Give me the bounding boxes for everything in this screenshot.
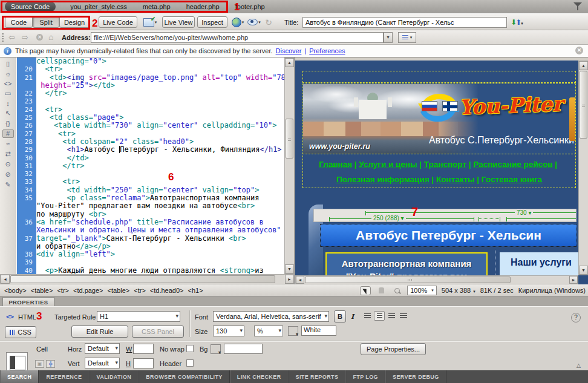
results-tab-validation[interactable]: VALIDATION [90, 370, 139, 383]
tag-selector-item[interactable]: <td.page> [73, 287, 103, 294]
table-width-label[interactable]: 730 ▾ [515, 209, 533, 216]
discover-link[interactable]: Discover [276, 47, 302, 54]
edit-rule-button[interactable]: Edit Rule [71, 326, 128, 338]
collapse-full-tag-icon[interactable]: <> [2, 80, 14, 87]
collapse-selection-icon[interactable]: ▭ [2, 90, 14, 97]
preview-in-browser-icon[interactable]: ▾ [231, 17, 244, 27]
title-input[interactable]: Автобус в Финляндию (Санкт Петербург - Х… [302, 17, 507, 28]
code-line[interactable]: по маршруту <br> [36, 211, 284, 218]
help-icon[interactable]: ? [571, 313, 581, 322]
align-left-icon[interactable] [362, 311, 373, 321]
results-tab-server-debug[interactable]: SERVER DEBUG [385, 370, 446, 383]
html-mode-button[interactable]: HTML [18, 313, 36, 321]
remove-comment-icon[interactable]: ⊘ [2, 171, 14, 178]
vert-dropdown[interactable]: Default [85, 358, 120, 368]
toolbar-grip[interactable] [2, 33, 4, 42]
code-line[interactable]: cellspacing="0"> [36, 57, 284, 65]
code-line[interactable]: <table width="730" align="center" cellpa… [36, 122, 284, 129]
results-tab-ftp-log[interactable]: FTP LOG [345, 370, 385, 383]
tag-selector-item[interactable]: <h1> [188, 287, 203, 294]
live-code-button[interactable]: Live Code [99, 16, 137, 28]
balance-braces-icon[interactable]: {} [2, 120, 14, 127]
code-line[interactable]: <a href="schedule.php" title="Расписание… [36, 218, 284, 226]
site-nav-link[interactable]: Гостевая книга [482, 175, 542, 184]
code-line[interactable]: <tr> [36, 65, 284, 73]
tag-selector-item[interactable]: <body> [4, 287, 27, 294]
site-nav-link[interactable]: Контакты [436, 175, 475, 184]
code-line[interactable] [36, 97, 284, 105]
tag-selector-item[interactable]: <tr> [57, 287, 69, 294]
close-infobar-icon[interactable]: ✕ [575, 47, 583, 54]
site-nav-link[interactable]: Главная [319, 160, 352, 169]
collapse-panel-icon[interactable]: △ [577, 362, 581, 368]
tag-selector-item[interactable]: <td.head0> [150, 287, 184, 294]
code-line[interactable]: <td colspan="2" class="head0"> [36, 138, 284, 146]
code-line[interactable]: <p class="reclama">Автотранспортная комп… [36, 194, 284, 202]
table-width-bar[interactable]: 730 ▾ 250 (288) ▾ [313, 209, 577, 222]
code-editor[interactable]: cellspacing="0"> <tr> <td><img src="imag… [36, 57, 284, 274]
hand-tool-icon[interactable] [376, 286, 387, 295]
code-line[interactable] [36, 170, 284, 178]
text-color-swatch[interactable] [288, 326, 298, 336]
code-line[interactable]: </td> [36, 154, 284, 162]
code-line[interactable]: height="25"></td> [36, 82, 284, 90]
empty-table-row-outline[interactable] [302, 71, 576, 83]
code-line[interactable]: target="_blank">Санкт-Петербург - Хельси… [36, 235, 284, 243]
site-nav-link[interactable]: Расписание рейсов [473, 160, 552, 169]
filter-funnel-icon[interactable] [573, 2, 582, 10]
code-line[interactable]: <td><img src="images/page_top.png" alt="… [36, 74, 284, 82]
align-center-icon[interactable] [374, 311, 385, 321]
magnification-dropdown[interactable]: 100%▾ [407, 286, 437, 295]
code-line[interactable]: <tr> [36, 130, 284, 138]
css-mode-button[interactable]: CSS [5, 326, 36, 338]
right-content-cell[interactable]: Наши услуги [500, 252, 584, 275]
bg-color-swatch[interactable] [211, 344, 221, 354]
line-numbers-icon[interactable]: # [2, 129, 14, 138]
inspect-button[interactable]: Inspect [197, 16, 227, 28]
wrap-tag-icon[interactable]: ✎ [2, 181, 14, 189]
page-heading-cell[interactable]: Автобус Петербург - Хельсин [321, 224, 577, 246]
code-line[interactable]: </tr> [36, 90, 284, 97]
expand-all-icon[interactable]: ↕ [2, 100, 14, 107]
code-line[interactable]: <tr> [36, 178, 284, 186]
code-vertical-scrollbar[interactable]: ▲ ▼ [284, 57, 295, 274]
results-tab-link-checker[interactable]: LINK CHECKER [230, 370, 289, 383]
site-banner[interactable]: www.you-piter.ru You-Piter Автобус С.Пет… [302, 83, 576, 154]
unit-dropdown[interactable]: % [254, 326, 283, 336]
code-line[interactable]: и обратно</a></p> [36, 243, 284, 250]
highlight-invalid-code-icon[interactable]: ≈ [2, 140, 14, 148]
code-line[interactable]: <p>Каждый день многие люди отправляются … [36, 267, 284, 274]
tag-selector-item[interactable]: <table> [31, 287, 53, 294]
properties-tab[interactable]: PROPERTIES [2, 297, 54, 307]
code-line[interactable]: Хельсинки и обратно. Цены и места отправ… [36, 226, 284, 234]
no-wrap-checkbox[interactable] [186, 345, 194, 352]
bold-button[interactable]: B [334, 310, 346, 322]
font-dropdown[interactable]: Verdana, Arial, Helvetica, sans-serif [213, 311, 329, 322]
size-dropdown[interactable]: 130 [213, 326, 244, 336]
text-color-input[interactable]: White [301, 326, 336, 336]
code-line[interactable]: <div align="left"> [36, 250, 284, 258]
italic-button[interactable]: I [351, 313, 354, 321]
align-right-icon[interactable] [386, 311, 397, 321]
design-vertical-scrollbar[interactable]: ▲ ▼ [578, 61, 588, 275]
split-cell-icon[interactable]: ╬ [46, 360, 55, 368]
results-tab-reference[interactable]: REFERENCE [39, 370, 89, 383]
zoom-tool-icon[interactable] [391, 286, 402, 295]
select-parent-tag-icon[interactable]: ↖ [2, 110, 14, 117]
live-view-button[interactable]: Live View [162, 16, 195, 28]
code-line[interactable]: </tr> [36, 162, 284, 170]
code-line[interactable]: <td width="250" align="center" valign="t… [36, 186, 284, 194]
design-horizontal-scrollbar[interactable]: ◄ ► [295, 275, 578, 284]
site-nav-link[interactable]: Полезная информация [336, 175, 430, 184]
site-nav-link[interactable]: Услуги и цены [359, 160, 417, 169]
code-line[interactable]: <h1>Автобус Петербург - Хельсинки, Финля… [36, 146, 284, 154]
tag-selector-item[interactable]: <tr> [134, 287, 146, 294]
code-line[interactable] [36, 258, 284, 266]
syntax-error-alerts-icon[interactable]: ⇄ [2, 150, 14, 158]
address-dropdown-arrow[interactable]: ▾ [384, 32, 393, 43]
header-checkbox[interactable] [186, 359, 194, 367]
code-line[interactable]: <tr> [36, 106, 284, 114]
select-tool-icon[interactable] [360, 286, 371, 295]
targeted-rule-dropdown[interactable]: H1 [97, 311, 180, 322]
code-horizontal-scrollbar[interactable]: ◄ ► [0, 274, 295, 284]
